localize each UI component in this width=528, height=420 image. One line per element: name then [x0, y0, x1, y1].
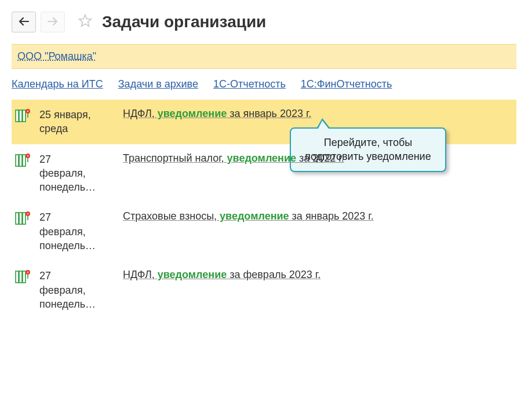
- page-title: Задачи организации: [102, 13, 266, 31]
- star-icon: [78, 13, 93, 31]
- svg-rect-2: [23, 110, 26, 122]
- favorite-button[interactable]: [77, 13, 94, 31]
- task-date-line: понедель…: [39, 297, 115, 311]
- task-accent: уведомление: [224, 152, 297, 164]
- task-prefix: НДФЛ,: [123, 269, 155, 280]
- task-list: 25 января, среда НДФЛ, уведомление за ян…: [12, 100, 516, 319]
- books-flower-icon: [15, 269, 31, 284]
- task-row[interactable]: 27 февраля, понедель… Транспортный налог…: [12, 144, 516, 203]
- task-suffix: за январь 2023 г.: [227, 108, 311, 119]
- svg-rect-5: [16, 155, 19, 166]
- task-prefix: НДФЛ,: [123, 108, 155, 119]
- svg-rect-6: [19, 155, 22, 166]
- svg-rect-10: [16, 213, 19, 224]
- task-suffix: за 2022 г.: [296, 152, 344, 164]
- svg-point-14: [27, 213, 29, 215]
- task-date: 27 февраля, понедель…: [39, 269, 115, 311]
- organization-bar: ООО "Ромашка": [12, 44, 516, 69]
- task-prefix: Транспортный налог,: [123, 152, 224, 164]
- task-date-line: 27: [39, 210, 115, 224]
- svg-point-19: [27, 272, 29, 273]
- task-date-line: понедель…: [39, 180, 115, 194]
- link-tasks-archive[interactable]: Задачи в архиве: [118, 78, 198, 90]
- link-1c-finreport[interactable]: 1С:ФинОтчетность: [301, 78, 392, 90]
- task-date-line: 27: [39, 269, 115, 283]
- svg-rect-1: [19, 110, 22, 122]
- svg-rect-15: [16, 271, 19, 283]
- task-date-line: среда: [39, 122, 115, 136]
- organization-link[interactable]: ООО "Ромашка": [17, 50, 96, 62]
- books-flower-icon: [15, 210, 31, 225]
- task-suffix: за январь 2023 г.: [289, 210, 374, 222]
- task-date-line: февраля,: [39, 225, 115, 239]
- forward-button[interactable]: [41, 12, 65, 32]
- task-prefix: Страховые взносы,: [123, 210, 217, 222]
- svg-rect-12: [23, 213, 26, 224]
- link-1c-reporting[interactable]: 1С-Отчетность: [213, 78, 286, 90]
- task-date-line: февраля,: [39, 166, 115, 180]
- link-calendar-its[interactable]: Календарь на ИТС: [12, 78, 103, 90]
- task-description[interactable]: Транспортный налог, уведомление за 2022 …: [123, 152, 512, 165]
- task-accent: уведомление: [217, 210, 289, 222]
- svg-rect-16: [19, 271, 22, 283]
- svg-rect-0: [16, 110, 19, 122]
- svg-rect-17: [23, 271, 26, 283]
- arrow-left-icon: [19, 16, 29, 28]
- task-row[interactable]: 25 января, среда НДФЛ, уведомление за ян…: [12, 100, 516, 144]
- arrow-right-icon: [48, 16, 58, 28]
- task-accent: уведомление: [155, 269, 227, 280]
- task-date: 27 февраля, понедель…: [39, 152, 115, 195]
- task-date: 25 января, среда: [39, 108, 115, 136]
- task-date: 27 февраля, понедель…: [39, 210, 115, 253]
- task-description[interactable]: Страховые взносы, уведомление за январь …: [123, 210, 512, 222]
- links-row: Календарь на ИТС Задачи в архиве 1С-Отче…: [12, 77, 516, 100]
- task-date-line: 25 января,: [39, 108, 115, 122]
- task-date-line: понедель…: [39, 239, 115, 253]
- books-flower-icon: [15, 152, 31, 167]
- task-date-line: 27: [39, 152, 115, 166]
- toolbar: Задачи организации: [12, 12, 516, 32]
- task-description[interactable]: НДФЛ, уведомление за февраль 2023 г.: [123, 269, 512, 281]
- task-date-line: февраля,: [39, 283, 115, 297]
- svg-rect-7: [23, 155, 26, 166]
- back-button[interactable]: [12, 12, 36, 32]
- books-flower-icon: [15, 108, 31, 123]
- task-suffix: за февраль 2023 г.: [227, 269, 321, 280]
- svg-point-9: [27, 155, 29, 156]
- task-row[interactable]: 27 февраля, понедель… Страховые взносы, …: [12, 202, 516, 261]
- svg-rect-11: [19, 213, 22, 224]
- svg-point-4: [27, 111, 29, 112]
- task-accent: уведомление: [155, 108, 227, 119]
- task-row[interactable]: 27 февраля, понедель… НДФЛ, уведомление …: [12, 261, 516, 319]
